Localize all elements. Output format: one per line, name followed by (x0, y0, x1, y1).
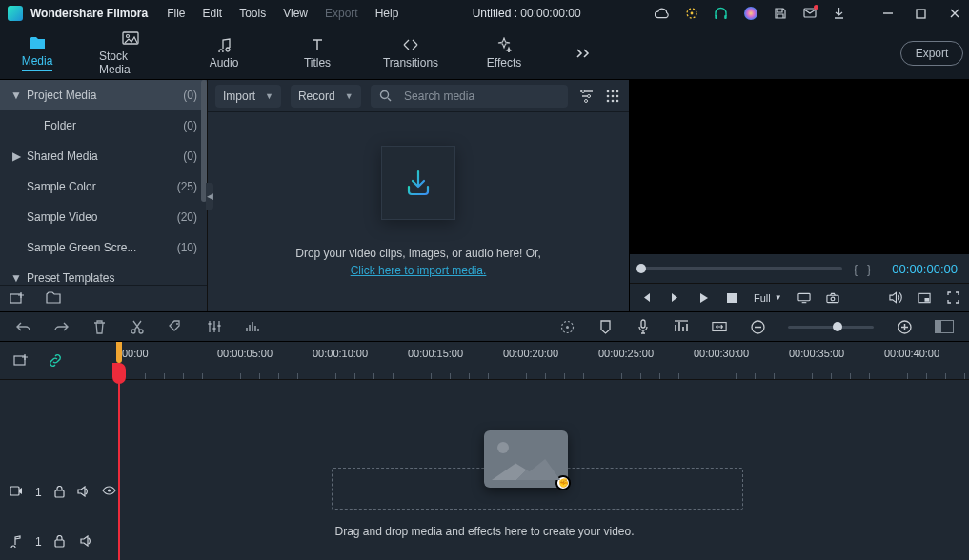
collapse-sidebar-handle[interactable]: ◀ (206, 183, 213, 210)
more-tabs-icon[interactable] (575, 48, 593, 59)
svg-rect-34 (217, 325, 220, 327)
grid-view-icon[interactable] (604, 88, 621, 105)
adjust-icon[interactable] (206, 319, 221, 334)
tab-effects[interactable]: Effects (473, 36, 535, 70)
search-input-field[interactable] (402, 89, 560, 104)
sidebar-item-count: (0) (183, 89, 197, 102)
preview-panel: {} 00:00:00:00 Full▼ (630, 80, 969, 311)
zoom-thumb[interactable] (833, 322, 842, 331)
quality-dropdown[interactable]: Full▼ (754, 292, 782, 304)
link-icon[interactable] (48, 353, 63, 369)
sparkle-icon (496, 36, 512, 53)
preview-viewport[interactable] (630, 80, 969, 254)
preview-timecode: 00:00:00:00 (892, 262, 958, 276)
tips-icon[interactable] (684, 7, 698, 21)
chevron-right-icon: ▶ (10, 150, 23, 163)
sidebar-item-folder[interactable]: Folder (0) (0, 110, 207, 141)
sidebar-item-label: Preset Templates (27, 271, 192, 285)
redo-icon[interactable] (53, 319, 69, 334)
avatar-icon[interactable] (743, 7, 757, 21)
lock-icon[interactable] (54, 535, 68, 549)
media-drop-area[interactable]: Drop your video clips, images, or audio … (208, 112, 629, 311)
marker-icon[interactable] (597, 319, 613, 334)
menu-edit[interactable]: Edit (202, 7, 222, 20)
menu-help[interactable]: Help (375, 7, 399, 20)
new-folder-icon[interactable] (46, 291, 61, 307)
display-icon[interactable] (797, 291, 811, 305)
playhead[interactable] (118, 342, 120, 560)
tab-stock-media[interactable]: Stock Media (99, 30, 162, 76)
window-maximize[interactable] (914, 7, 928, 21)
import-link[interactable]: Click here to import media. (351, 264, 487, 277)
video-track-header[interactable]: 1 (0, 478, 118, 507)
cloud-icon[interactable] (655, 7, 669, 21)
sidebar-item-project-media[interactable]: ▼ Project Media (0) (0, 80, 207, 110)
timeline-tracks[interactable]: ✊ Drag and drop media and effects here t… (0, 380, 969, 560)
svg-point-4 (744, 7, 757, 20)
preview-seekbar[interactable] (641, 267, 842, 270)
tab-audio-label: Audio (210, 56, 239, 70)
mic-icon[interactable] (636, 319, 651, 334)
volume-icon[interactable] (889, 291, 902, 305)
zoom-out-icon[interactable] (750, 319, 765, 334)
step-fwd-icon[interactable] (668, 291, 681, 305)
record-dropdown[interactable]: Record ▼ (291, 85, 361, 108)
mark-in-out[interactable]: {} (854, 262, 881, 276)
equalizer-icon[interactable] (244, 319, 259, 334)
step-back-icon[interactable] (639, 291, 653, 305)
tab-titles[interactable]: Titles (286, 36, 349, 70)
dragged-media-thumb: ✊ (484, 430, 568, 488)
window-minimize[interactable] (880, 7, 895, 21)
zoom-in-icon[interactable] (897, 319, 912, 334)
stop-icon[interactable] (725, 291, 738, 305)
add-bin-icon[interactable] (10, 291, 25, 307)
svg-point-21 (612, 99, 615, 102)
undo-icon[interactable] (15, 319, 30, 334)
tag-icon[interactable] (168, 319, 183, 334)
add-track-icon[interactable] (13, 353, 29, 369)
lock-icon[interactable] (54, 486, 65, 499)
audio-track-header[interactable]: 1 (0, 528, 118, 556)
pip-icon[interactable] (918, 291, 931, 305)
import-dropdown[interactable]: Import ▼ (215, 85, 281, 108)
sidebar-item-sample-color[interactable]: Sample Color (25) (0, 171, 207, 202)
download-icon[interactable] (832, 7, 846, 21)
menu-tools[interactable]: Tools (239, 7, 266, 20)
svg-rect-2 (715, 15, 717, 19)
seekbar-thumb[interactable] (636, 264, 646, 273)
zoom-slider[interactable] (788, 326, 874, 329)
headphones-icon[interactable] (714, 7, 728, 21)
tab-audio[interactable]: Audio (192, 36, 255, 70)
cut-icon[interactable] (130, 319, 145, 334)
svg-point-22 (616, 99, 619, 102)
media-sidebar: ▼ Project Media (0) Folder (0) ▶ Shared … (0, 80, 208, 311)
tab-transitions[interactable]: Transitions (379, 36, 442, 70)
filter-icon[interactable] (577, 88, 595, 105)
timeline-ruler[interactable]: 00:0000:00:05:0000:00:10:0000:00:15:0000… (0, 342, 969, 380)
snapshot-icon[interactable] (826, 291, 839, 305)
delete-icon[interactable] (91, 319, 107, 334)
eye-icon[interactable] (102, 486, 115, 499)
ratio-icon[interactable] (712, 319, 727, 334)
ruler-tick: 00:00:20:00 (503, 348, 558, 359)
message-icon[interactable] (802, 7, 817, 21)
window-close[interactable] (947, 7, 961, 21)
zoom-fit-icon[interactable] (935, 320, 954, 333)
play-icon[interactable] (696, 291, 710, 305)
mute-icon[interactable] (77, 486, 90, 499)
render-icon[interactable] (559, 319, 575, 334)
save-icon[interactable] (773, 7, 787, 21)
sidebar-item-shared-media[interactable]: ▶ Shared Media (0) (0, 141, 207, 171)
sidebar-item-preset-templates[interactable]: ▼ Preset Templates (0, 263, 207, 285)
fullscreen-icon[interactable] (946, 291, 959, 305)
sidebar-item-sample-video[interactable]: Sample Video (20) (0, 202, 207, 232)
svg-point-11 (581, 90, 584, 92)
sidebar-item-sample-green-screen[interactable]: Sample Green Scre... (10) (0, 232, 207, 263)
menu-file[interactable]: File (167, 7, 185, 20)
tab-media[interactable]: Media (6, 34, 69, 71)
export-button[interactable]: Export (900, 41, 963, 66)
mute-icon[interactable] (80, 535, 93, 549)
menu-view[interactable]: View (283, 7, 308, 20)
search-media-input[interactable] (371, 85, 568, 108)
audio-mixer-icon[interactable] (674, 319, 689, 334)
